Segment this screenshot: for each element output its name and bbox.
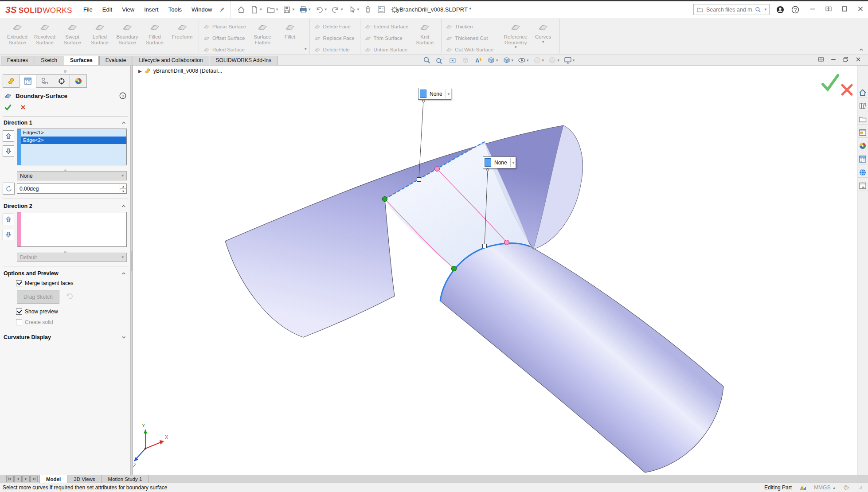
dropdown-caret-icon[interactable]: ▾ <box>292 8 294 12</box>
list-item-edge2[interactable]: Edge<2> <box>21 137 126 144</box>
dropdown-caret-icon[interactable]: ▾ <box>573 59 575 62</box>
callout-anchor-handle[interactable] <box>417 178 421 182</box>
dropdown-caret-icon[interactable]: ▾ <box>341 8 343 12</box>
dropdown-caret-icon[interactable]: ▾ <box>325 8 327 12</box>
collapse-chevron-icon[interactable] <box>121 203 127 209</box>
menu-window[interactable]: Window <box>187 1 217 18</box>
dropdown-caret-icon[interactable]: ▾ <box>496 59 498 62</box>
zoom-to-area-button[interactable] <box>435 55 445 65</box>
menu-edit[interactable]: Edit <box>98 1 117 18</box>
panel-grip[interactable] <box>0 68 130 74</box>
save-button[interactable]: ▾ <box>281 4 296 16</box>
extruded-surface-button[interactable]: Extruded Surface <box>4 20 31 47</box>
dropdown-caret-icon[interactable]: ▾ <box>527 59 529 62</box>
manager-tab-displaymanager[interactable] <box>70 74 87 88</box>
manager-tab-propertymanager[interactable] <box>20 74 36 88</box>
merge-tangent-faces-checkbox[interactable]: Merge tangent faces <box>16 279 73 287</box>
doc-restore-button[interactable] <box>842 56 849 64</box>
dropdown-caret-icon[interactable]: ▾ <box>276 8 278 12</box>
direction1-header[interactable]: Direction 1 <box>4 119 127 126</box>
help-icon[interactable]: ? <box>791 5 800 14</box>
pm-cancel-button[interactable] <box>20 104 27 111</box>
lofted-surface-button[interactable]: Lofted Surface <box>86 20 113 47</box>
collapse-chevron-icon[interactable] <box>121 120 127 126</box>
callout-anchor-handle[interactable] <box>483 244 487 248</box>
section-view-button[interactable] <box>461 55 470 65</box>
move-down-button[interactable] <box>3 229 14 240</box>
print-button[interactable]: ▾ <box>297 4 313 16</box>
ribbon-collapse-icon[interactable] <box>858 47 864 53</box>
taskpane-custom-properties-button[interactable] <box>858 154 868 164</box>
curvature-display-header[interactable]: Curvature Display <box>4 333 127 341</box>
menu-file[interactable]: File <box>78 1 98 18</box>
collapse-chevron-icon[interactable] <box>121 270 127 277</box>
taskpane-3dexperience-marketplace-button[interactable] <box>858 168 868 178</box>
drag-sketch-button[interactable]: Drag Sketch <box>17 290 59 304</box>
open-button[interactable]: ▾ <box>265 4 280 16</box>
sheet-tab-model[interactable]: Model <box>39 475 67 483</box>
ruled-surface-button[interactable]: Ruled Surface <box>202 44 249 55</box>
direction1-tangent-combo[interactable]: None▾ <box>17 171 127 180</box>
callout-dropdown-icon[interactable]: ▾ <box>510 158 515 167</box>
connector-dot-pink[interactable] <box>435 167 440 172</box>
hide-show-items-button[interactable]: ▾ <box>517 55 529 65</box>
close-button[interactable] <box>856 5 864 14</box>
redo-button[interactable]: ▾ <box>329 4 345 16</box>
manager-tab-featuremanager[interactable] <box>3 74 20 88</box>
sheet-tab-motion-study-1[interactable]: Motion Study 1 <box>102 475 149 483</box>
planar-surface-button[interactable]: Planar Surface <box>202 21 249 32</box>
sketch-annotation-visibility-button[interactable]: A <box>473 55 483 65</box>
flyout-caret-icon[interactable]: ▾ <box>305 47 307 51</box>
feature-tree-flyout[interactable]: ▶ yBranchDrill_v008 (Defaul... <box>138 67 222 74</box>
graphics-viewport[interactable]: Y X Z ▶ yBranchDrill_v008 (Defaul... Non… <box>133 66 857 475</box>
move-down-button[interactable] <box>3 145 14 157</box>
delete-hole-button[interactable]: Delete Hole <box>313 44 357 55</box>
callout-dropdown-icon[interactable]: ▾ <box>446 90 450 98</box>
feature-tree-root-label[interactable]: yBranchDrill_v008 (Defaul... <box>153 68 223 74</box>
taskpane-file-explorer-button[interactable] <box>858 114 868 125</box>
options-header[interactable]: Options and Preview <box>4 269 127 277</box>
dropdown-caret-icon[interactable]: ▾ <box>260 8 262 12</box>
move-up-button[interactable] <box>3 130 14 142</box>
pane-toggle-button[interactable] <box>817 56 825 64</box>
performance-warning-icon[interactable] <box>799 484 807 492</box>
replace-face-button[interactable]: Replace Face <box>313 32 357 43</box>
tab-evaluate[interactable]: Evaluate <box>99 56 133 65</box>
untrim-surface-button[interactable]: Untrim Surface <box>363 44 411 55</box>
show-preview-checkbox[interactable]: Show preview <box>16 308 58 316</box>
taskpane-design-library-button[interactable] <box>858 101 868 111</box>
extend-surface-button[interactable]: Extend Surface <box>363 21 411 32</box>
knit-surface-button[interactable]: Knit Surface <box>411 20 438 47</box>
angle-spinner[interactable]: ▲▼ <box>120 184 126 193</box>
angle-input[interactable] <box>17 184 120 193</box>
connector-dot-pink[interactable] <box>504 240 509 245</box>
zoom-to-fit-button[interactable] <box>422 55 432 65</box>
dropdown-caret-icon[interactable]: ▾ <box>557 59 559 62</box>
swept-surface-button[interactable]: Swept Surface <box>59 20 86 47</box>
undo-drag-icon[interactable] <box>65 292 74 301</box>
tab-lifecycle-and-collaboration[interactable]: Lifecycle and Collaboration <box>133 56 209 65</box>
surface-flatten-button[interactable]: Surface Flatten <box>249 20 276 47</box>
dropdown-caret-icon[interactable]: ▾ <box>542 40 544 44</box>
confirm-ok-button[interactable] <box>823 75 838 90</box>
select-button[interactable]: ▾ <box>346 4 361 16</box>
search-icon[interactable] <box>755 6 762 13</box>
last-sheet-button[interactable] <box>30 476 38 482</box>
touch-mode-button[interactable] <box>362 4 374 16</box>
edit-appearance-button[interactable]: ▾ <box>532 55 545 65</box>
taskpane-defeature-button[interactable] <box>858 181 868 191</box>
dropdown-caret-icon[interactable]: ▾ <box>512 59 514 62</box>
tab-features[interactable]: Features <box>1 56 34 65</box>
move-up-button[interactable] <box>3 214 14 225</box>
direction2-header[interactable]: Direction 2 <box>4 202 127 210</box>
new-document-button[interactable]: ▾ <box>248 4 264 16</box>
fillet-button[interactable]: Fillet <box>276 20 304 41</box>
connector-dot-green[interactable] <box>452 266 457 271</box>
boundary-surface-button[interactable]: Boundary Surface <box>113 20 141 47</box>
expand-chevron-icon[interactable] <box>121 334 127 340</box>
search-box[interactable]: ▾ <box>693 4 770 15</box>
previous-sheet-button[interactable] <box>14 476 22 482</box>
thickened-cut-button[interactable]: Thickened Cut <box>444 32 496 43</box>
trim-surface-button[interactable]: Trim Surface <box>363 32 411 43</box>
undo-button[interactable]: ▾ <box>313 4 328 16</box>
